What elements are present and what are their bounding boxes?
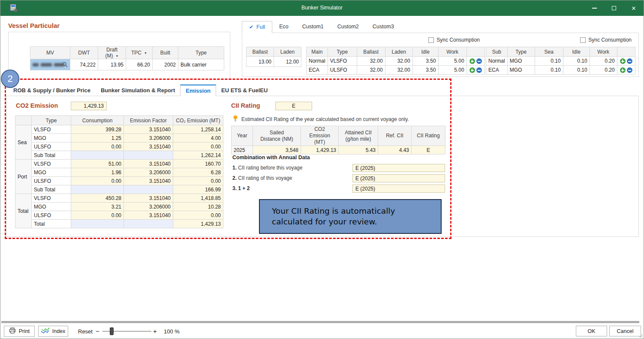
consumption-profile-tabs: ✔Full Eco Custom1 Custom2 Custom3 bbox=[242, 21, 401, 33]
add-row-icon[interactable] bbox=[469, 58, 475, 64]
step-badge: 2 bbox=[1, 70, 19, 88]
vessel-search-icon[interactable] bbox=[62, 62, 68, 69]
vessel-particular-panel: MV DWT Draft (M)▼ TPC▼ Built Type 74,222… bbox=[8, 32, 230, 80]
speed-laden-value[interactable]: 12.00 bbox=[274, 57, 301, 67]
co2-row: ULSFO 0.00 3.151040 0.00 bbox=[15, 211, 223, 220]
co2-subtotal-row: Sub Total 1,262.14 bbox=[15, 151, 223, 160]
print-button[interactable]: Print bbox=[4, 326, 35, 337]
sync-main-checkbox[interactable] bbox=[428, 37, 434, 43]
tab-eu-ets-fueleu[interactable]: EU ETS & FuelEU bbox=[216, 85, 273, 96]
close-button[interactable]: ✕ bbox=[624, 0, 644, 16]
cii-year-row: 2025 3,548 1,429.13 5.43 4.43 E bbox=[232, 146, 445, 154]
remove-row-icon[interactable] bbox=[627, 58, 632, 64]
reset-label[interactable]: Reset bbox=[78, 328, 93, 335]
cii-rating-field[interactable]: E bbox=[275, 102, 312, 110]
ok-button[interactable]: OK bbox=[576, 326, 607, 336]
vessel-row: 74,222 13.95 66.20 2002 Bulk carrier bbox=[30, 59, 224, 70]
report-tabs: ROB & Supply / Bunker Price Bunker Simul… bbox=[8, 85, 273, 96]
vessel-name-field[interactable] bbox=[30, 59, 70, 70]
cii-hint: Estimated CII Rating of the year calcula… bbox=[233, 115, 409, 123]
co2-row: ULSFO 0.00 3.151040 0.00 bbox=[15, 142, 223, 151]
remove-row-icon[interactable] bbox=[476, 67, 482, 73]
footer-bar: Print Index Reset − + 100 % OK Cancel bbox=[0, 323, 644, 339]
add-row-icon[interactable] bbox=[620, 67, 626, 73]
sub-row-eca: ECAMGO 0.100.10 0.20 bbox=[486, 66, 635, 75]
close-icon: ✕ bbox=[632, 6, 636, 11]
main-consumption-table: MainType BallastLaden IdleWork NormalVLS… bbox=[306, 47, 485, 75]
callout-text: Your CII Rating is automatically calcula… bbox=[272, 206, 432, 227]
cii-this-voyage-row: 2. CII rating of this voyage E (2025) bbox=[232, 175, 445, 183]
index-chart-icon bbox=[41, 327, 49, 335]
sync-main-label: Sync Consumption bbox=[436, 37, 480, 43]
speed-col-laden: Laden bbox=[274, 47, 301, 57]
cii-before-voyage-row: 1. CII rating before this voyage E (2025… bbox=[232, 165, 445, 173]
tab-custom2[interactable]: Custom2 bbox=[331, 21, 366, 33]
vessel-draft-value: 13.95 bbox=[98, 59, 126, 70]
co2-total-row: Total 1,429.13 bbox=[15, 220, 223, 228]
title-bar: Bunker Simulator ✕ bbox=[0, 0, 644, 16]
sync-sub-checkbox[interactable] bbox=[580, 37, 586, 43]
main-row-normal: NormalVLSFO 32.0032.00 3.505.00 bbox=[307, 57, 485, 66]
sub-row-normal: NormalMGO 0.100.10 0.20 bbox=[486, 57, 635, 66]
check-icon: ✔ bbox=[249, 24, 253, 30]
vessel-col-draft[interactable]: Draft (M)▼ bbox=[98, 47, 126, 59]
vessel-col-mv: MV bbox=[30, 47, 70, 59]
cancel-button[interactable]: Cancel bbox=[609, 326, 641, 336]
cii-this-voyage-field[interactable]: E (2025) bbox=[352, 174, 445, 182]
remove-row-icon[interactable] bbox=[627, 67, 632, 73]
tab-custom3[interactable]: Custom3 bbox=[366, 21, 401, 33]
cii-rating-table: Year SailedDistance (NM) CO2Emission (MT… bbox=[231, 126, 445, 154]
minimize-icon bbox=[592, 8, 597, 9]
speed-col-ballast: Ballast bbox=[247, 47, 274, 57]
vessel-name-redacted bbox=[33, 63, 64, 67]
combination-title: Combination with Annual Data bbox=[232, 154, 310, 160]
tpc-dropdown-icon[interactable]: ▼ bbox=[144, 51, 147, 54]
tab-rob-supply-bunker-price[interactable]: ROB & Supply / Bunker Price bbox=[8, 85, 96, 96]
vessel-particular-title: Vessel Particular bbox=[8, 22, 60, 29]
zoom-in-button[interactable]: + bbox=[153, 327, 157, 335]
sync-sub-label: Sync Consumption bbox=[588, 37, 632, 43]
window-title: Bunker Simulator bbox=[0, 5, 644, 11]
tab-emission[interactable]: Emission bbox=[180, 85, 216, 96]
index-button[interactable]: Index bbox=[38, 326, 68, 337]
cii-rating-title: CII Rating bbox=[231, 102, 260, 109]
remove-row-icon[interactable] bbox=[476, 58, 482, 64]
vessel-tpc-value: 66.20 bbox=[126, 59, 153, 70]
tab-bunker-simulation-report[interactable]: Bunker Simulation & Report bbox=[96, 85, 180, 96]
co2-row: MGO 3.21 3.206000 10.28 bbox=[15, 203, 223, 211]
vessel-col-built: Built bbox=[153, 47, 178, 59]
co2-subtotal-row: Sub Total 166.99 bbox=[15, 185, 223, 194]
bunker-simulator-window: Bunker Simulator ✕ Vessel Particular MV … bbox=[0, 0, 644, 339]
tab-full[interactable]: ✔Full bbox=[242, 21, 272, 33]
main-row-eca: ECAULSFO 32.0032.00 3.505.00 bbox=[307, 66, 485, 75]
zoom-slider-handle[interactable] bbox=[110, 327, 114, 335]
vessel-table: MV DWT Draft (M)▼ TPC▼ Built Type 74,222… bbox=[30, 46, 224, 70]
minimize-button[interactable] bbox=[584, 0, 604, 16]
co2-total-field[interactable]: 1,429.13 bbox=[71, 102, 107, 110]
add-row-icon[interactable] bbox=[469, 67, 475, 73]
co2-row: Total VLSFO 450.28 3.151040 1,418.85 bbox=[15, 194, 223, 203]
co2-row: Sea VLSFO 399.28 3.151040 1,258.14 bbox=[15, 125, 223, 134]
cii-callout-tooltip: Your CII Rating is automatically calcula… bbox=[259, 199, 442, 234]
co2-emission-title: CO2 Emission bbox=[16, 102, 58, 109]
tab-custom1[interactable]: Custom1 bbox=[295, 21, 331, 33]
cii-before-voyage-field[interactable]: E (2025) bbox=[352, 164, 445, 172]
add-row-icon[interactable] bbox=[620, 58, 626, 64]
tab-eco[interactable]: Eco bbox=[272, 21, 295, 33]
vessel-col-tpc[interactable]: TPC▼ bbox=[126, 47, 153, 59]
speed-table: Ballast Laden 13.00 12.00 bbox=[246, 47, 301, 67]
printer-icon bbox=[9, 327, 16, 335]
co2-row: ULSFO 0.00 3.151040 0.00 bbox=[15, 177, 223, 185]
maximize-button[interactable] bbox=[604, 0, 624, 16]
cii-hint-text: Estimated CII Rating of the year calcula… bbox=[241, 116, 409, 122]
sync-consumption-main[interactable]: Sync Consumption bbox=[428, 37, 480, 43]
zoom-out-button[interactable]: − bbox=[96, 327, 99, 335]
speed-ballast-value[interactable]: 13.00 bbox=[247, 57, 274, 67]
co2-row: MGO 1.96 3.206000 6.28 bbox=[15, 168, 223, 177]
sync-consumption-sub[interactable]: Sync Consumption bbox=[580, 37, 632, 43]
co2-row: MGO 1.25 3.206000 4.00 bbox=[15, 134, 223, 142]
cii-combined-field[interactable]: E (2025) bbox=[352, 185, 445, 193]
resize-grip[interactable] bbox=[638, 333, 643, 338]
vessel-built-value: 2002 bbox=[153, 59, 178, 70]
draft-dropdown-icon[interactable]: ▼ bbox=[116, 54, 119, 58]
